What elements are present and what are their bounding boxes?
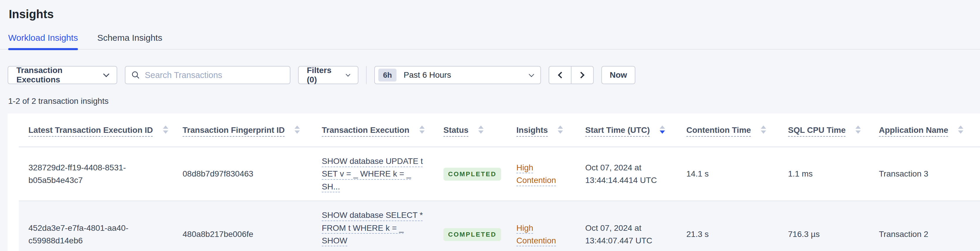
start-time-cell: Oct 07, 2024 at 13:44:07.447 UTC [576,201,677,251]
sql-cpu-time-cell: 1.1 ms [778,147,869,201]
toolbar: Transaction Executions Filters (0) 6h Pa… [8,66,980,84]
tab-bar: Workload Insights Schema Insights [0,33,980,50]
contention-time-cell: 14.1 s [677,147,778,201]
sort-icon[interactable] [761,126,766,134]
column-header-status[interactable]: Status [434,114,507,147]
chevron-down-icon [103,71,109,77]
column-header-latest-execution-id[interactable]: Latest Transaction Execution ID [19,114,173,147]
fingerprint-id-cell: 08d8b7d97f830463 [173,147,312,201]
page-title: Insights [9,7,980,21]
insights-table-card: Latest Transaction Execution ID Transact… [8,114,980,251]
tab-workload-insights[interactable]: Workload Insights [8,33,78,49]
status-badge: COMPLETED [444,168,501,181]
tab-label: Schema Insights [97,33,162,43]
search-input[interactable] [145,70,284,80]
sort-icon[interactable] [163,126,168,134]
execution-type-dropdown[interactable]: Transaction Executions [8,66,117,84]
status-badge: COMPLETED [444,228,501,241]
execution-statement-cell: SHOW database SELECT * FROM t WHERE k = … [312,201,434,251]
insights-table: Latest Transaction Execution ID Transact… [19,114,980,251]
insight-link[interactable]: High Contention [516,163,556,185]
execution-statement-cell: SHOW database UPDATE t SET v = _ WHERE k… [312,147,434,201]
sort-icon[interactable] [419,126,425,134]
search-icon [131,71,140,80]
chevron-down-icon [529,72,534,77]
insight-link[interactable]: High Contention [516,224,556,245]
status-cell: COMPLETED [434,147,507,201]
table-header-row: Latest Transaction Execution ID Transact… [19,114,980,147]
time-range-picker[interactable]: 6h Past 6 Hours [374,66,541,84]
execution-id-cell: 328729d2-ff19-4408-8531- b05a5b4e43c7 [19,147,173,201]
column-header-contention-time[interactable]: Contention Time [677,114,778,147]
contention-time-cell: 21.3 s [677,201,778,251]
time-range-badge: 6h [379,69,396,82]
table-row[interactable]: 328729d2-ff19-4408-8531- b05a5b4e43c7 08… [19,147,980,201]
column-header-start-time[interactable]: Start Time (UTC) [576,114,677,147]
column-header-application-name[interactable]: Application Name [869,114,980,147]
sort-icon[interactable] [958,126,963,134]
execution-type-label: Transaction Executions [16,66,98,85]
results-summary: 1-2 of 2 transaction insights [8,96,980,106]
column-header-fingerprint-id[interactable]: Transaction Fingerprint ID [173,114,312,147]
start-time-cell: Oct 07, 2024 at 13:44:14.4414 UTC [576,147,677,201]
insights-cell: High Contention [507,147,576,201]
time-prev-button[interactable] [549,66,571,84]
time-pager [549,66,594,84]
search-box[interactable] [125,66,290,84]
filters-label: Filters (0) [307,66,340,85]
column-header-transaction-execution[interactable]: Transaction Execution [312,114,434,147]
column-header-insights[interactable]: Insights [507,114,576,147]
insights-cell: High Contention [507,201,576,251]
sort-icon[interactable] [478,126,484,134]
now-button[interactable]: Now [601,66,635,84]
insights-page: Insights Workload Insights Schema Insigh… [0,7,980,251]
toolbar-divider [366,66,367,84]
execution-statement-link[interactable]: SHOW database SELECT * FROM t WHERE k = … [322,211,423,251]
chevron-down-icon [346,72,350,77]
sql-cpu-time-cell: 716.3 µs [778,201,869,251]
sort-icon[interactable] [856,126,861,134]
chevron-right-icon [578,72,585,78]
execution-statement-link[interactable]: SHOW database UPDATE t SET v = _ WHERE k… [322,157,423,191]
tab-schema-insights[interactable]: Schema Insights [97,33,162,49]
now-label: Now [609,70,627,80]
sort-icon[interactable] [660,126,665,134]
application-name-cell: Transaction 3 [869,147,980,201]
sort-icon[interactable] [558,126,563,134]
sort-icon[interactable] [294,126,300,134]
time-next-button[interactable] [571,66,594,84]
execution-id-cell: 452da3e7-e7fa-4801-aa40- c59988d14eb6 [19,201,173,251]
time-range-label: Past 6 Hours [404,70,523,80]
tab-label: Workload Insights [8,33,78,43]
filters-button[interactable]: Filters (0) [298,66,358,84]
status-cell: COMPLETED [434,201,507,251]
fingerprint-id-cell: 480a8b217be006fe [173,201,312,251]
application-name-cell: Transaction 2 [869,201,980,251]
table-row[interactable]: 452da3e7-e7fa-4801-aa40- c59988d14eb6 48… [19,201,980,251]
chevron-left-icon [558,72,565,78]
column-header-sql-cpu-time[interactable]: SQL CPU Time [778,114,869,147]
